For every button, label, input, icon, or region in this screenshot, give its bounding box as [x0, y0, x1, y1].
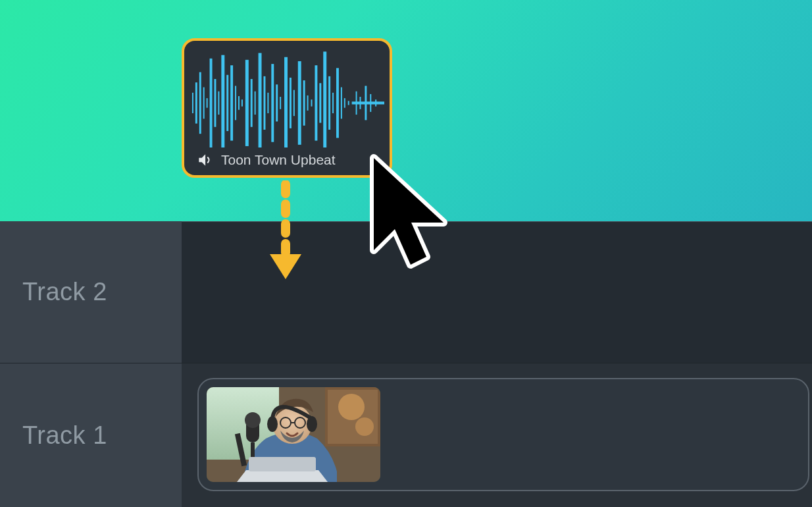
- svg-rect-28: [235, 86, 236, 120]
- svg-rect-33: [255, 92, 256, 115]
- svg-rect-55: [348, 101, 349, 105]
- svg-rect-47: [315, 65, 317, 140]
- svg-rect-60: [370, 94, 371, 112]
- svg-rect-59: [365, 86, 367, 120]
- audio-clip-name: Toon Town Upbeat: [221, 152, 336, 168]
- svg-point-9: [307, 416, 317, 432]
- svg-rect-21: [207, 98, 208, 108]
- svg-rect-18: [195, 82, 197, 123]
- svg-rect-45: [307, 95, 309, 111]
- video-clip[interactable]: [197, 378, 809, 491]
- svg-rect-48: [319, 83, 321, 122]
- svg-rect-41: [290, 78, 292, 128]
- svg-rect-58: [360, 97, 361, 109]
- editor-canvas: Track 2 Track 1: [0, 0, 812, 507]
- svg-rect-27: [230, 65, 233, 140]
- svg-rect-23: [214, 79, 216, 127]
- svg-rect-37: [271, 64, 274, 142]
- svg-rect-14: [249, 457, 316, 471]
- track-2-label-cell[interactable]: Track 2: [0, 221, 182, 363]
- svg-rect-49: [323, 51, 326, 147]
- svg-rect-39: [280, 97, 281, 109]
- svg-rect-24: [218, 92, 219, 115]
- svg-rect-52: [336, 68, 339, 138]
- svg-rect-30: [241, 99, 243, 106]
- speaker-icon: [196, 151, 213, 169]
- track-2-lane[interactable]: [182, 221, 812, 363]
- track-1-label-cell[interactable]: Track 1: [0, 363, 182, 507]
- svg-rect-35: [263, 76, 265, 130]
- track-1-label: Track 1: [22, 421, 107, 450]
- audio-clip-footer: Toon Town Upbeat: [184, 147, 390, 175]
- svg-rect-51: [332, 93, 334, 113]
- svg-rect-42: [293, 90, 295, 117]
- svg-rect-20: [203, 87, 205, 119]
- svg-rect-31: [245, 60, 249, 146]
- svg-rect-32: [251, 79, 253, 127]
- svg-rect-36: [267, 93, 268, 113]
- video-thumbnail: [207, 387, 380, 482]
- svg-rect-38: [276, 84, 278, 121]
- svg-rect-29: [238, 96, 240, 110]
- media-drop-zone[interactable]: [0, 0, 812, 221]
- svg-rect-61: [375, 99, 376, 106]
- lane-separator: [182, 221, 812, 222]
- svg-rect-19: [199, 72, 201, 134]
- svg-rect-17: [192, 93, 193, 113]
- svg-rect-22: [210, 59, 213, 147]
- track-1-lane[interactable]: [182, 363, 812, 507]
- svg-rect-34: [259, 53, 262, 147]
- track-row-2: Track 2: [0, 221, 812, 363]
- waveform-preview: [184, 41, 390, 147]
- svg-rect-54: [344, 98, 345, 108]
- svg-rect-26: [226, 75, 228, 131]
- svg-point-11: [245, 412, 261, 428]
- track-2-label: Track 2: [22, 278, 107, 306]
- svg-rect-57: [356, 92, 357, 115]
- svg-rect-25: [221, 55, 224, 147]
- svg-rect-46: [311, 99, 313, 106]
- svg-point-15: [338, 394, 365, 420]
- svg-rect-50: [328, 76, 330, 130]
- svg-rect-53: [341, 87, 342, 119]
- svg-point-8: [267, 416, 278, 432]
- svg-rect-40: [284, 57, 288, 147]
- svg-point-16: [355, 417, 374, 436]
- audio-clip-dragging[interactable]: Toon Town Upbeat: [182, 38, 392, 178]
- svg-rect-43: [298, 61, 301, 145]
- track-row-1: Track 1: [0, 363, 812, 507]
- svg-rect-44: [303, 80, 305, 126]
